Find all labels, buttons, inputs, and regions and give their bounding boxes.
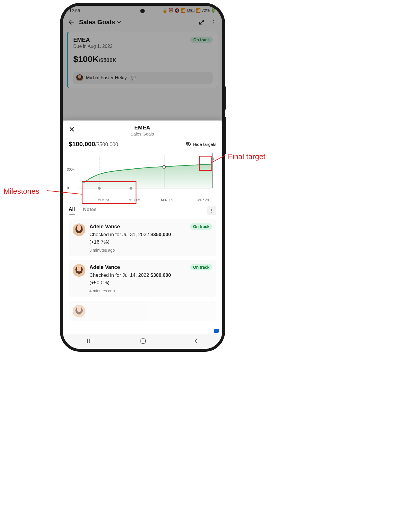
page-title-dropdown[interactable]: Sales Goals <box>79 18 121 26</box>
home-button[interactable] <box>140 338 146 346</box>
x-tick-3: M07 16 <box>161 198 172 202</box>
svg-point-14 <box>211 209 212 210</box>
status-badge: On track <box>190 37 213 43</box>
status-badge: On track <box>190 264 212 270</box>
svg-point-2 <box>213 23 213 24</box>
sheet-title: EMEA <box>68 125 216 131</box>
chevron-down-icon <box>117 20 121 25</box>
eye-off-icon <box>185 142 191 147</box>
tabs: All Notes <box>69 206 216 215</box>
battery-icon: 🔋 <box>211 8 216 13</box>
lock-icon: 🔒 <box>162 8 167 13</box>
y-tick-300k: 300k <box>67 167 74 172</box>
feed-author: Adele Vance <box>89 224 120 230</box>
more-button[interactable] <box>209 18 217 26</box>
annotation-final-target-label: Final target <box>228 152 265 161</box>
svg-rect-3 <box>132 76 136 79</box>
nav-back-button[interactable] <box>193 338 198 345</box>
goal-card[interactable]: EMEA Due in Aug 1, 2022 On track $100K/$… <box>67 32 218 88</box>
svg-point-15 <box>211 210 212 211</box>
status-badge: On track <box>190 223 212 230</box>
status-right: 🔒 ⏰ 🔇 📶 LTE1 📶 72% 🔋 <box>162 8 216 13</box>
svg-point-11 <box>163 165 166 168</box>
power-button <box>224 117 226 154</box>
avatar <box>76 74 83 81</box>
avatar <box>73 305 85 317</box>
svg-point-1 <box>213 22 213 22</box>
mute-icon: 🔇 <box>175 8 179 13</box>
status-bar: 12:55 🔒 ⏰ 🔇 📶 LTE1 📶 72% 🔋 <box>63 6 222 15</box>
recent-apps-button[interactable] <box>87 338 93 345</box>
status-time: 12:55 <box>69 8 80 13</box>
x-tick-4: M07 28 <box>197 198 209 202</box>
goal-title: EMEA <box>73 37 112 43</box>
avatar <box>73 264 85 277</box>
goal-value: $100K/$500K <box>73 54 213 64</box>
feed-timestamp: 4 minutes ago <box>89 289 212 293</box>
tab-notes[interactable]: Notes <box>83 207 97 215</box>
hide-targets-button[interactable]: Hide targets <box>185 142 216 147</box>
feed-timestamp: 3 minutes ago <box>89 248 212 253</box>
feed-text: Checked in for Jul 14, 2022 $300,000 (+5… <box>89 272 212 286</box>
y-tick-0: 0 <box>67 186 69 190</box>
page-title: Sales Goals <box>79 18 115 26</box>
tab-more-button[interactable] <box>207 206 216 215</box>
feed-item[interactable] <box>69 301 216 321</box>
sheet-value: $100,000/$500,000 <box>69 140 118 148</box>
expand-button[interactable] <box>198 18 205 26</box>
owner-name: Michal Foster Heldy <box>86 75 127 80</box>
volume-button <box>224 86 226 110</box>
feed-author: Adele Vance <box>89 264 120 270</box>
front-camera <box>140 9 145 13</box>
goal-owner-row[interactable]: Michal Foster Heldy <box>73 72 213 84</box>
nav-bar <box>63 334 222 349</box>
battery-text: 72% <box>202 8 210 13</box>
feed-item[interactable]: Adele Vance On track Checked in for Jul … <box>69 260 216 297</box>
app-badge-icon <box>214 329 219 333</box>
phone-frame: 12:55 🔒 ⏰ 🔇 📶 LTE1 📶 72% 🔋 Sales Goals <box>60 3 225 352</box>
comment-icon <box>131 75 136 80</box>
app-header: Sales Goals <box>63 15 222 29</box>
back-button[interactable] <box>68 19 75 26</box>
svg-point-0 <box>213 20 213 21</box>
svg-rect-20 <box>141 339 145 343</box>
annotation-milestones-box <box>82 181 136 204</box>
annotation-final-target-box <box>199 156 212 171</box>
alarm-icon: ⏰ <box>168 8 173 13</box>
phone-screen: 12:55 🔒 ⏰ 🔇 📶 LTE1 📶 72% 🔋 Sales Goals <box>63 6 222 349</box>
annotation-milestones-label: Milestones <box>3 187 39 196</box>
wifi-icon: 📶 <box>181 8 185 13</box>
avatar <box>73 223 85 236</box>
volte-icon: LTE1 <box>187 9 194 12</box>
feed-text: Checked in for Jul 31, 2022 $350,000 (+1… <box>89 231 212 246</box>
tab-all[interactable]: All <box>69 206 75 215</box>
sheet-subtitle: Sales Goals <box>68 131 216 136</box>
signal-icon: 📶 <box>196 8 200 13</box>
bottom-sheet: ✕ EMEA Sales Goals $100,000/$500,000 Hid… <box>63 121 222 334</box>
feed-item[interactable]: Adele Vance On track Checked in for Jul … <box>69 219 216 256</box>
goal-due: Due in Aug 1, 2022 <box>73 44 112 49</box>
svg-point-16 <box>211 212 212 213</box>
